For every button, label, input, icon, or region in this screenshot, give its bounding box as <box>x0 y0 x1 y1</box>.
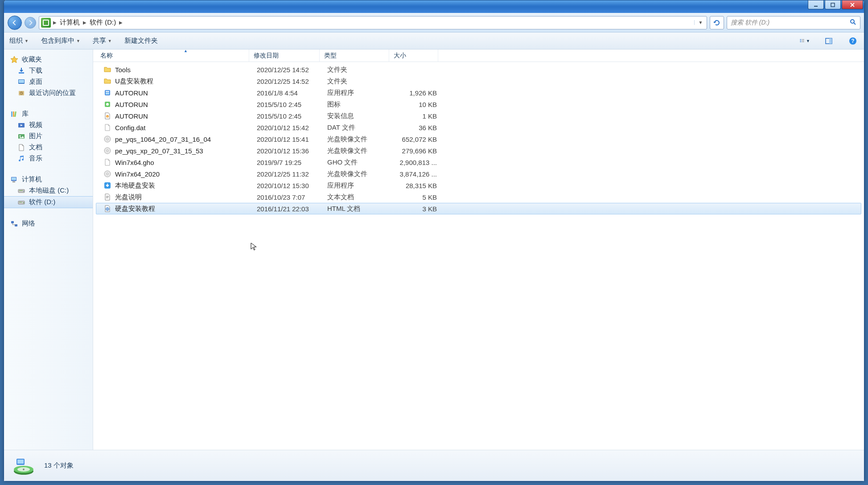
app-icon <box>103 181 111 189</box>
minimize-button[interactable] <box>808 0 824 9</box>
col-date[interactable]: 修改日期 <box>249 49 320 62</box>
file-row[interactable]: Win7x64_20202020/12/25 11:32光盘映像文件3,874,… <box>96 168 861 180</box>
status-text: 13 个对象 <box>44 461 74 470</box>
file-row[interactable]: AUTORUN2016/1/8 4:54应用程序1,926 KB <box>96 87 861 99</box>
svg-rect-31 <box>19 202 22 202</box>
music-icon <box>17 155 25 163</box>
refresh-button[interactable] <box>710 16 724 29</box>
svg-rect-37 <box>106 92 109 95</box>
file-row[interactable]: Config.dat2020/10/12 15:42DAT 文件36 KB <box>96 122 861 133</box>
file-date: 2016/11/21 22:03 <box>252 205 323 213</box>
svg-rect-10 <box>829 38 832 44</box>
file-date: 2020/10/12 15:42 <box>252 124 323 132</box>
body: 收藏夹 下载 桌面 最近访问的位置 库 视频 图片 文档 音乐 计算机 本地磁盘… <box>4 49 864 450</box>
sidebar-favorites: 收藏夹 下载 桌面 最近访问的位置 <box>4 54 93 99</box>
file-type: HTML 文档 <box>323 205 392 213</box>
dat-icon <box>103 158 111 166</box>
sidebar-head-network[interactable]: 网络 <box>4 218 93 229</box>
file-name: 硬盘安装教程 <box>115 205 155 213</box>
file-name: Config.dat <box>115 124 145 132</box>
breadcrumb-drive[interactable]: 软件 (D:) <box>87 16 119 29</box>
breadcrumb-computer[interactable]: 计算机 <box>57 16 82 29</box>
file-type: 光盘映像文件 <box>323 135 392 144</box>
sidebar-item-videos[interactable]: 视频 <box>4 119 93 131</box>
sidebar-item-drive-c[interactable]: 本地磁盘 (C:) <box>4 185 93 196</box>
maximize-button[interactable] <box>825 0 841 9</box>
sidebar-head-libraries[interactable]: 库 <box>4 108 93 119</box>
file-row[interactable]: pe_yqs_xp_20_07_31_15_532020/10/12 15:36… <box>96 145 861 156</box>
preview-pane-button[interactable] <box>823 35 835 47</box>
sidebar-item-downloads[interactable]: 下载 <box>4 65 93 76</box>
sidebar-item-music[interactable]: 音乐 <box>4 153 93 164</box>
file-row[interactable]: 硬盘安装教程2016/11/21 22:03HTML 文档3 KB <box>96 203 861 214</box>
col-size[interactable]: 大小 <box>389 49 438 62</box>
file-name: 光盘说明 <box>115 193 142 201</box>
library-icon <box>10 110 18 118</box>
chevron-right-icon: ▶ <box>119 20 123 25</box>
drive-large-icon <box>12 454 35 477</box>
sidebar-item-pictures[interactable]: 图片 <box>4 131 93 142</box>
address-bar[interactable]: ▶ 计算机 ▶ 软件 (D:) ▶ ▼ <box>39 16 707 29</box>
sidebar-libraries: 库 视频 图片 文档 音乐 <box>4 108 93 164</box>
sidebar-item-recent[interactable]: 最近访问的位置 <box>4 87 93 99</box>
file-type: GHO 文件 <box>323 158 392 167</box>
file-row[interactable]: Win7x64.gho2019/9/7 19:25GHO 文件2,900,813… <box>96 156 861 168</box>
sidebar-computer: 计算机 本地磁盘 (C:) 软件 (D:) <box>4 174 93 208</box>
svg-rect-19 <box>13 111 14 117</box>
svg-point-39 <box>106 103 109 106</box>
file-list[interactable]: Tools2020/12/25 14:52文件夹U盘安装教程2020/12/25… <box>93 62 864 450</box>
file-name: Win7x64_2020 <box>115 170 160 178</box>
sidebar-head-computer[interactable]: 计算机 <box>4 174 93 185</box>
file-row[interactable]: U盘安装教程2020/12/25 14:52文件夹 <box>96 75 861 87</box>
sidebar-item-desktop[interactable]: 桌面 <box>4 76 93 87</box>
view-menu[interactable]: ▼ <box>799 35 810 47</box>
svg-point-43 <box>107 138 108 140</box>
sidebar-item-drive-d[interactable]: 软件 (D:) <box>4 196 93 208</box>
file-row[interactable]: Tools2020/12/25 14:52文件夹 <box>96 64 861 75</box>
nav-bar: ▶ 计算机 ▶ 软件 (D:) ▶ ▼ 搜索 软件 (D:) <box>4 13 864 33</box>
file-name: Tools <box>115 66 131 74</box>
include-library-menu[interactable]: 包含到库中▼ <box>41 37 80 45</box>
address-dropdown[interactable]: ▼ <box>694 20 707 25</box>
toolbar: 组织▼ 包含到库中▼ 共享▼ 新建文件夹 ▼ ? <box>4 33 864 49</box>
organize-menu[interactable]: 组织▼ <box>9 37 29 45</box>
file-name: pe_yqs_1064_20_07_31_16_04 <box>115 136 211 143</box>
file-row[interactable]: 本地硬盘安装2020/10/12 15:30应用程序28,315 KB <box>96 180 861 191</box>
new-folder-button[interactable]: 新建文件夹 <box>124 37 158 45</box>
main-pane: 名称▲ 修改日期 类型 大小 Tools2020/12/25 14:52文件夹U… <box>93 49 864 450</box>
dat-icon <box>103 123 111 132</box>
svg-rect-15 <box>19 80 24 83</box>
download-icon <box>17 67 25 75</box>
column-headers: 名称▲ 修改日期 类型 大小 <box>93 49 864 62</box>
sidebar-item-documents[interactable]: 文档 <box>4 142 93 153</box>
svg-rect-36 <box>106 91 109 92</box>
network-icon <box>10 220 18 228</box>
svg-text:?: ? <box>851 38 854 44</box>
video-icon <box>17 121 25 129</box>
file-row[interactable]: iAUTORUN2015/5/10 2:45安装信息1 KB <box>96 110 861 122</box>
file-row[interactable]: pe_yqs_1064_20_07_31_16_042020/10/12 15:… <box>96 133 861 145</box>
help-button[interactable]: ? <box>847 35 859 47</box>
file-row[interactable]: 光盘说明2016/10/23 7:07文本文档5 KB <box>96 191 861 203</box>
search-placeholder: 搜索 软件 (D:) <box>731 19 769 27</box>
svg-rect-6 <box>802 39 804 39</box>
file-type: DAT 文件 <box>323 123 392 132</box>
close-button[interactable] <box>842 0 863 9</box>
file-size: 3 KB <box>392 205 441 213</box>
forward-button[interactable] <box>25 17 36 29</box>
file-size: 28,315 KB <box>392 182 441 189</box>
titlebar[interactable] <box>4 0 864 13</box>
col-name[interactable]: 名称▲ <box>96 49 249 62</box>
drive-icon <box>17 187 25 195</box>
back-button[interactable] <box>8 16 22 30</box>
file-row[interactable]: AUTORUN2015/5/10 2:45图标10 KB <box>96 99 861 110</box>
search-input[interactable]: 搜索 软件 (D:) <box>727 16 860 29</box>
file-size: 10 KB <box>392 101 441 108</box>
sidebar-head-favorites[interactable]: 收藏夹 <box>4 54 93 65</box>
status-bar: 13 个对象 <box>4 450 864 481</box>
file-date: 2015/5/10 2:45 <box>252 101 323 108</box>
file-name: Win7x64.gho <box>115 159 154 166</box>
col-type[interactable]: 类型 <box>320 49 389 62</box>
share-menu[interactable]: 共享▼ <box>93 37 112 45</box>
svg-rect-7 <box>802 40 804 41</box>
